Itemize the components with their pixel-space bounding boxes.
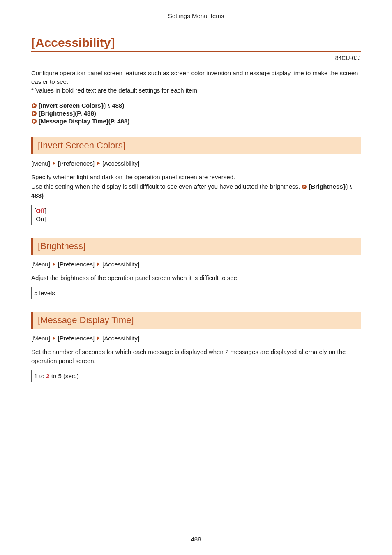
toc-link-label: [Message Display Time](P. 488) xyxy=(39,118,129,125)
page-number: 488 xyxy=(0,536,392,543)
breadcrumb-step-menu: [Menu] xyxy=(31,261,50,268)
chevron-right-icon xyxy=(52,262,56,266)
desc-line-1: Specify whether light and dark on the op… xyxy=(31,173,235,180)
options-box-brightness: 5 levels xyxy=(31,287,58,299)
svg-marker-13 xyxy=(97,336,100,340)
toc-link-label: [Invert Screen Colors](P. 488) xyxy=(39,102,124,109)
intro-line-1: Configure operation panel screen feature… xyxy=(31,69,358,85)
breadcrumb-step-accessibility: [Accessibility] xyxy=(102,335,139,342)
section-description: Set the number of seconds for which each… xyxy=(31,347,361,366)
table-of-contents: [Invert Screen Colors](P. 488) [Brightne… xyxy=(31,102,361,125)
section-description: Specify whether light and dark on the op… xyxy=(31,173,361,201)
breadcrumb-step-menu: [Menu] xyxy=(31,160,50,167)
default-value: 2 xyxy=(46,372,49,379)
section-heading-invert-screen-colors: [Invert Screen Colors] xyxy=(31,137,361,154)
intro-line-2: * Values in bold red text are the defaul… xyxy=(31,87,199,94)
option-off: [Off] xyxy=(34,207,46,215)
section-description: Adjust the brightness of the operation p… xyxy=(31,273,361,283)
svg-marker-11 xyxy=(97,262,100,266)
breadcrumb: [Menu] [Preferences] [Accessibility] xyxy=(31,335,361,342)
chevron-right-icon xyxy=(97,161,100,166)
header-title: Settings Menu Items xyxy=(31,12,361,19)
options-box-message-time: 1 to 2 to 5 (sec.) xyxy=(31,370,81,382)
breadcrumb-step-accessibility: [Accessibility] xyxy=(102,261,139,268)
breadcrumb-step-preferences: [Preferences] xyxy=(58,261,95,268)
breadcrumb-step-accessibility: [Accessibility] xyxy=(102,160,139,167)
play-bullet-icon xyxy=(302,184,307,190)
chevron-right-icon xyxy=(97,336,100,340)
breadcrumb-step-preferences: [Preferences] xyxy=(58,335,95,342)
option-on: [On] xyxy=(34,215,46,223)
section-heading-brightness: [Brightness] xyxy=(31,238,361,255)
default-value: Off xyxy=(36,207,45,214)
breadcrumb: [Menu] [Preferences] [Accessibility] xyxy=(31,261,361,268)
svg-marker-6 xyxy=(53,162,55,165)
chevron-right-icon xyxy=(52,336,56,340)
options-box-invert: [Off] [On] xyxy=(31,205,49,226)
svg-marker-12 xyxy=(53,336,55,340)
toc-link-message-display-time[interactable]: [Message Display Time](P. 488) xyxy=(31,118,361,125)
page-title: [Accessibility] xyxy=(31,36,361,52)
section-heading-message-display-time: [Message Display Time] xyxy=(31,312,361,329)
toc-link-label: [Brightness](P. 488) xyxy=(39,110,96,117)
toc-link-invert-screen-colors[interactable]: [Invert Screen Colors](P. 488) xyxy=(31,102,361,109)
svg-marker-7 xyxy=(97,162,100,165)
chevron-right-icon xyxy=(52,161,56,166)
breadcrumb-step-menu: [Menu] xyxy=(31,335,50,342)
breadcrumb: [Menu] [Preferences] [Accessibility] xyxy=(31,160,361,167)
breadcrumb-step-preferences: [Preferences] xyxy=(58,160,95,167)
chevron-right-icon xyxy=(97,262,100,266)
intro-text: Configure operation panel screen feature… xyxy=(31,69,361,95)
play-bullet-icon xyxy=(31,111,37,116)
toc-link-brightness[interactable]: [Brightness](P. 488) xyxy=(31,110,361,117)
svg-marker-10 xyxy=(53,262,55,266)
play-bullet-icon xyxy=(31,103,37,109)
desc-line-2a: Use this setting when the display is sti… xyxy=(31,183,302,190)
document-code: 84CU-0JJ xyxy=(31,55,361,61)
play-bullet-icon xyxy=(31,118,37,124)
